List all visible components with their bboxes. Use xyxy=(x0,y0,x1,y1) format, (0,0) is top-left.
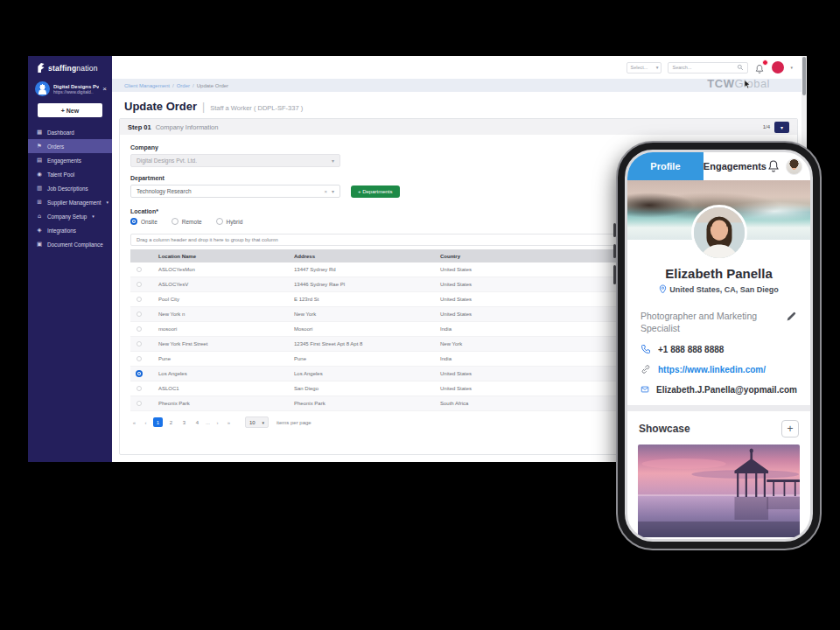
chevron-down-icon: ▾ xyxy=(92,214,94,219)
row-radio[interactable] xyxy=(136,297,142,302)
supplier-management-icon: ⊞ xyxy=(36,199,43,206)
radio-hybrid[interactable]: Hybrid xyxy=(216,218,243,225)
radio-icon[interactable] xyxy=(130,218,137,225)
showcase-add-button[interactable]: + xyxy=(781,420,799,438)
talent-pool-icon: ◉ xyxy=(36,171,43,178)
page-size-select[interactable]: 10▾ xyxy=(245,416,269,428)
sidebar-item-orders[interactable]: ⚑Orders xyxy=(28,139,112,153)
bell-icon[interactable] xyxy=(766,159,780,173)
row-radio[interactable] xyxy=(136,356,142,361)
search-input[interactable] xyxy=(672,65,737,70)
row-radio[interactable] xyxy=(136,282,142,287)
workspace-card[interactable]: Digital Designs Pvt.. https://www.digita… xyxy=(35,81,107,96)
sidebar-item-dashboard[interactable]: ▦Dashboard xyxy=(28,125,112,139)
first-page-button[interactable]: « xyxy=(130,420,138,425)
stage: staffingnation Digital Designs Pvt.. htt… xyxy=(0,0,840,630)
profile-email-row: Elizabeth.J.Panella@yopmail.com xyxy=(627,384,810,395)
profile-website-row: https://www.linkedin.com/ xyxy=(627,364,810,374)
edit-pencil-icon[interactable] xyxy=(786,311,797,322)
sunset-pier-photo xyxy=(638,444,800,537)
step-name: Company Information xyxy=(156,123,219,131)
phone-screen: Profile Engagements Elizabe xyxy=(625,150,813,542)
brand-logo: staffingnation xyxy=(28,56,112,76)
radio-icon[interactable] xyxy=(216,218,223,225)
sidebar-item-talent-pool[interactable]: ◉Talent Pool xyxy=(28,167,112,181)
sidebar-item-label: Document Compliance xyxy=(47,242,103,248)
user-avatar[interactable] xyxy=(772,61,784,74)
user-avatar[interactable] xyxy=(786,158,802,175)
sidebar-item-job-descriptions[interactable]: ▥Job Descriptions xyxy=(28,181,112,195)
notifications-button[interactable] xyxy=(754,62,766,74)
radio-remote[interactable]: Remote xyxy=(172,218,202,225)
tab-profile[interactable]: Profile xyxy=(627,152,704,180)
mail-icon xyxy=(640,384,649,395)
page-2-button[interactable]: 2 xyxy=(166,417,176,427)
sidebar-item-integrations[interactable]: ◈Integrations xyxy=(28,223,112,237)
job-descriptions-icon: ▥ xyxy=(36,185,43,192)
sidebar-item-company-setup[interactable]: ⌂Company Setup▾ xyxy=(28,209,112,223)
chevron-down-icon: ▾ xyxy=(780,124,783,130)
row-radio[interactable] xyxy=(136,386,142,391)
profile-avatar[interactable] xyxy=(691,205,747,261)
radio-onsite[interactable]: Onsite xyxy=(130,218,158,225)
integrations-icon: ◈ xyxy=(36,227,43,234)
clear-icon[interactable]: × xyxy=(324,189,327,194)
step-header[interactable]: Step 01 Company Information 1/4 ▾ xyxy=(120,119,797,135)
profile-location: United States, CA, San Diego xyxy=(669,285,779,294)
prev-page-button[interactable]: ‹ xyxy=(142,420,150,425)
row-radio[interactable] xyxy=(136,267,142,272)
page-3-button[interactable]: 3 xyxy=(179,417,189,427)
sidebar-item-document-compliance[interactable]: ▣Document Compliance xyxy=(28,237,112,251)
profile-location-row: United States, CA, San Diego xyxy=(627,284,810,294)
phone-side-button xyxy=(613,223,616,237)
sidebar-menu: ▦Dashboard ⚑Orders ▤Engagements ◉Talent … xyxy=(28,125,112,251)
sidebar-item-engagements[interactable]: ▤Engagements xyxy=(28,153,112,167)
profile-job-title: Photographer and Marketing Specialist xyxy=(640,311,779,334)
sidebar-item-label: Dashboard xyxy=(47,130,74,136)
sidebar-item-label: Supplier Management xyxy=(47,200,102,206)
select-dropdown[interactable]: Select...▾ xyxy=(626,62,662,74)
breadcrumb-separator: / xyxy=(172,83,174,88)
sidebar-item-label: Company Setup xyxy=(47,214,87,220)
row-radio-selected[interactable] xyxy=(136,370,143,377)
department-select[interactable]: Technology Research × ▾ xyxy=(130,185,340,198)
workspace-avatar xyxy=(35,81,50,96)
row-radio[interactable] xyxy=(136,312,142,317)
plus-icon: + xyxy=(787,423,793,435)
column-location-name[interactable]: Location Name xyxy=(148,254,294,259)
select-dropdown-label: Select... xyxy=(630,65,648,70)
profile-name: Elizabeth Panella xyxy=(627,266,810,281)
link-icon xyxy=(640,364,651,374)
tab-engagements[interactable]: Engagements xyxy=(704,152,766,180)
search-box[interactable] xyxy=(668,62,748,74)
page-4-button[interactable]: 4 xyxy=(192,417,202,427)
workspace-name: Digital Designs Pvt.. xyxy=(53,84,99,89)
column-address[interactable]: Address xyxy=(294,254,440,259)
radio-icon[interactable] xyxy=(172,218,178,225)
step-progress: 1/4 xyxy=(763,124,770,130)
breadcrumb-order[interactable]: Order xyxy=(177,83,190,88)
row-radio[interactable] xyxy=(136,326,142,332)
orders-icon: ⚑ xyxy=(36,143,43,150)
row-radio[interactable] xyxy=(136,341,142,346)
showcase-image[interactable] xyxy=(638,444,800,537)
step-collapse-button[interactable]: ▾ xyxy=(774,122,789,133)
chevron-down-icon[interactable]: ▾ xyxy=(790,65,793,70)
new-button[interactable]: + New xyxy=(38,103,102,117)
radio-label: Remote xyxy=(182,219,202,225)
scrollbar-thumb[interactable] xyxy=(802,57,806,95)
step-label: Step 01 xyxy=(128,123,151,131)
profile-website-link[interactable]: https://www.linkedin.com/ xyxy=(658,365,766,374)
phone-side-button xyxy=(613,244,616,258)
notification-badge xyxy=(762,60,768,66)
sidebar-item-supplier-management[interactable]: ⊞Supplier Management▾ xyxy=(28,195,112,209)
cover-photo xyxy=(627,180,810,240)
row-radio[interactable] xyxy=(136,401,142,406)
breadcrumb-client-management[interactable]: Client Management xyxy=(124,83,170,88)
tab-engagements-label: Engagements xyxy=(704,161,766,172)
last-page-button[interactable]: » xyxy=(225,420,233,425)
page-1-button[interactable]: 1 xyxy=(153,417,163,427)
next-page-button[interactable]: › xyxy=(214,420,221,425)
add-departments-button[interactable]: + Departments xyxy=(351,186,400,198)
workspace-close-icon[interactable]: × xyxy=(102,86,107,93)
